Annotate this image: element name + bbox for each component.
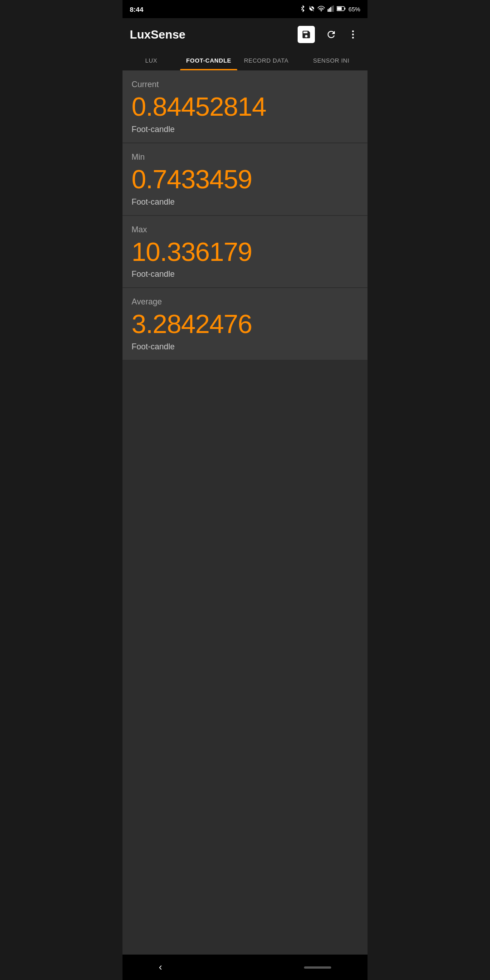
tab-sensor-info[interactable]: SENSOR INI <box>295 51 368 70</box>
svg-point-11 <box>352 34 354 35</box>
max-unit: Foot-candle <box>132 270 358 279</box>
main-content: Current 0.84452814 Foot-candle Min 0.743… <box>122 71 368 657</box>
signal-icon <box>328 5 334 13</box>
more-icon <box>348 29 358 40</box>
tab-record-data[interactable]: RECORD DATA <box>237 51 295 70</box>
metric-card-average: Average 3.2842476 Foot-candle <box>122 288 368 360</box>
mute-icon <box>309 5 315 13</box>
more-button[interactable] <box>346 27 360 42</box>
refresh-icon <box>326 29 337 40</box>
svg-rect-4 <box>330 7 331 12</box>
current-unit: Foot-candle <box>132 125 358 134</box>
save-icon <box>298 26 315 43</box>
home-pill[interactable] <box>304 966 331 969</box>
current-label: Current <box>132 80 358 89</box>
svg-rect-6 <box>333 5 334 12</box>
metric-card-max: Max 10.336179 Foot-candle <box>122 216 368 288</box>
app-title: LuxSense <box>130 28 186 42</box>
svg-rect-9 <box>337 7 342 10</box>
battery-percent: 65% <box>348 6 360 13</box>
average-label: Average <box>132 297 358 307</box>
average-value: 3.2842476 <box>132 309 358 338</box>
average-unit: Foot-candle <box>132 342 358 352</box>
nav-bar: ‹ <box>122 955 368 980</box>
max-label: Max <box>132 225 358 235</box>
refresh-button[interactable] <box>324 27 338 42</box>
back-button[interactable]: ‹ <box>159 961 162 973</box>
bottom-spacer <box>122 657 368 955</box>
battery-icon <box>337 6 346 13</box>
svg-point-0 <box>311 10 312 11</box>
status-bar: 8:44 <box>122 0 368 18</box>
metric-card-current: Current 0.84452814 Foot-candle <box>122 71 368 142</box>
bluetooth-icon <box>299 5 306 14</box>
save-button[interactable] <box>296 24 317 45</box>
min-label: Min <box>132 152 358 162</box>
current-value: 0.84452814 <box>132 92 358 121</box>
svg-point-10 <box>352 30 354 32</box>
app-bar: LuxSense <box>122 18 368 51</box>
svg-rect-5 <box>332 6 333 12</box>
tab-foot-candle[interactable]: FOOT-CANDLE <box>180 51 238 70</box>
svg-point-12 <box>352 37 354 39</box>
tabs-container: LUX FOOT-CANDLE RECORD DATA SENSOR INI <box>122 51 368 71</box>
status-icons: 65% <box>299 5 360 14</box>
max-value: 10.336179 <box>132 237 358 266</box>
metric-card-min: Min 0.7433459 Foot-candle <box>122 143 368 215</box>
status-time: 8:44 <box>130 5 143 13</box>
app-bar-actions <box>296 24 360 45</box>
min-unit: Foot-candle <box>132 197 358 207</box>
svg-rect-3 <box>329 8 330 11</box>
tab-lux[interactable]: LUX <box>122 51 180 70</box>
svg-rect-2 <box>328 9 328 12</box>
wifi-icon <box>318 6 325 13</box>
svg-rect-8 <box>344 7 345 10</box>
min-value: 0.7433459 <box>132 165 358 194</box>
